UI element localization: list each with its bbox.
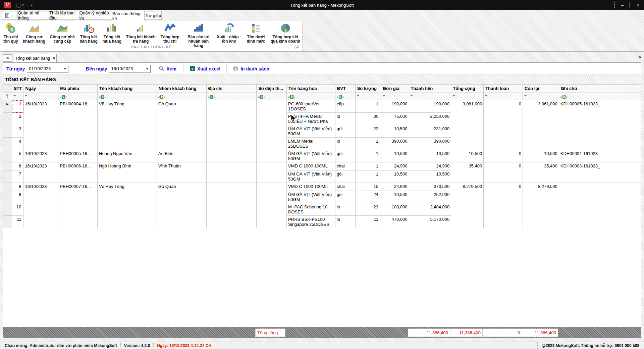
- cell-ten-hang-hoa[interactable]: VMD C 1000 100ML: [287, 162, 335, 170]
- filter-cell-14[interactable]: =: [523, 93, 559, 100]
- cell-con-lai[interactable]: 8,279,500: [523, 183, 559, 228]
- ribbon-tab-1[interactable]: Thiết lập ban đầu: [49, 11, 79, 20]
- cell-nhom-khach-hang[interactable]: Gò Quao: [157, 100, 206, 150]
- cell-don-gia[interactable]: 108,000: [381, 203, 409, 216]
- ribbon-item-8[interactable]: Xuất - nhập - tồn kho: [215, 21, 243, 44]
- fit-screen-icon[interactable]: [614, 3, 615, 7]
- ribbon-item-10[interactable]: Tổng hợp kết quả kinh doanh: [269, 21, 302, 44]
- ribbon-item-1[interactable]: Công nợ khách hàng: [21, 21, 47, 44]
- cell-ma-phieu[interactable]: PBH00004-16...: [58, 100, 98, 150]
- cell-thanh-tien[interactable]: 5,170,000: [409, 216, 451, 228]
- filter-cell-6[interactable]: abc: [257, 93, 287, 100]
- cell-don-gia[interactable]: 10,500: [381, 125, 409, 138]
- cell-ngay[interactable]: 16/10/2023: [23, 162, 58, 183]
- ribbon-tab-2[interactable]: Quản lý nghiệp vụ: [79, 11, 112, 20]
- cell-ma-phieu[interactable]: PBH00007-16...: [58, 183, 98, 228]
- column-header-0[interactable]: STT: [12, 85, 23, 93]
- cell-tong-cong[interactable]: 35,400: [451, 162, 484, 183]
- cell-so-luong[interactable]: 23.: [355, 203, 381, 216]
- cell-dia-chi[interactable]: [206, 100, 257, 150]
- cell-dia-chi[interactable]: [206, 162, 257, 183]
- ribbon-tab-4[interactable]: Trợ giúp: [144, 11, 162, 20]
- cell-thanh-tien[interactable]: 10,500: [409, 150, 451, 162]
- cell-ghi-chu[interactable]: KDH00003-161023_: [559, 162, 641, 183]
- to-date-input[interactable]: 16/10/2023▼: [109, 65, 151, 73]
- filter-cell-13[interactable]: =: [484, 93, 523, 100]
- column-header-9[interactable]: Số lượng: [355, 85, 381, 93]
- cell-thanh-toan[interactable]: 0: [484, 162, 523, 183]
- cell-dvt[interactable]: gói: [335, 191, 355, 203]
- cell-stt[interactable]: 8: [12, 183, 23, 191]
- cell-ten-khach-hang[interactable]: Võ Huy Tòng: [98, 100, 157, 150]
- filter-cell-8[interactable]: abc: [335, 93, 355, 100]
- cell-dvt[interactable]: lọ: [335, 113, 355, 125]
- column-header-5[interactable]: Địa chỉ: [206, 85, 257, 93]
- cell-don-gia[interactable]: 10,500: [381, 150, 409, 162]
- cell-ten-hang-hoa[interactable]: PRRS BSK-PS100 Singapore 25DOSES: [287, 216, 335, 228]
- cell-ten-hang-hoa[interactable]: ÚM GÀ VỊT (Việt Viễn) 50GM: [287, 191, 335, 203]
- ribbon-item-9[interactable]: Tồn dưới định mức: [243, 21, 268, 44]
- cell-ma-phieu[interactable]: PBH00006-16...: [58, 162, 98, 183]
- column-header-15[interactable]: Ghi chú: [559, 85, 641, 93]
- cell-ten-khach-hang[interactable]: Ngô Hoàng Bình: [98, 162, 157, 183]
- cell-so-luong[interactable]: 15.: [355, 183, 381, 191]
- cell-stt[interactable]: 6: [12, 162, 23, 170]
- print-list-button[interactable]: In danh sách: [233, 66, 269, 71]
- cell-dvt[interactable]: gói: [335, 170, 355, 183]
- ribbon-item-6[interactable]: Tổng hợp thu chi: [158, 21, 182, 44]
- cell-dia-chi[interactable]: [206, 150, 257, 162]
- cell-stt[interactable]: 2: [12, 113, 23, 125]
- filter-cell-10[interactable]: =: [381, 93, 409, 100]
- document-tab-tong-ket-ban-hang[interactable]: Tổng kết bán hàng ×: [14, 54, 57, 62]
- cell-so-luong[interactable]: 11.: [355, 216, 381, 228]
- document-tab-close-icon[interactable]: ×: [53, 56, 55, 61]
- cell-thanh-tien[interactable]: 390,000: [409, 138, 451, 150]
- minimize-icon[interactable]: –: [621, 3, 624, 7]
- cell-so-dien-thoai[interactable]: [257, 150, 287, 162]
- table-row-5[interactable]: 516/10/2023PBH00005-16...Hoàng Ngọc VânA…: [3, 150, 641, 162]
- cell-so-luong[interactable]: 1.: [355, 100, 381, 113]
- cell-thanh-tien[interactable]: 10,500: [409, 170, 451, 183]
- cell-stt[interactable]: 9: [12, 191, 23, 203]
- cell-dvt[interactable]: lọ: [335, 138, 355, 150]
- cell-ghi-chu[interactable]: KDH00004-161023_: [559, 150, 641, 162]
- cell-dvt[interactable]: chai: [335, 162, 355, 170]
- view-button[interactable]: Xem: [159, 66, 176, 71]
- cell-don-gia[interactable]: 24,900: [381, 162, 409, 170]
- column-header-2[interactable]: Mã phiếu: [58, 85, 98, 93]
- cell-ngay[interactable]: 16/10/2023: [23, 183, 58, 228]
- cell-so-luong[interactable]: 30.: [355, 113, 381, 125]
- ribbon-item-2[interactable]: Công nợ nhà cung cấp: [47, 21, 77, 44]
- column-header-1[interactable]: Ngày: [23, 85, 58, 93]
- cell-tong-cong[interactable]: 10,500: [451, 150, 484, 162]
- cell-dvt[interactable]: gói: [335, 125, 355, 138]
- column-header-10[interactable]: Đơn giá: [381, 85, 409, 93]
- from-date-input[interactable]: 01/10/2023▼: [27, 65, 68, 73]
- ribbon-item-0[interactable]: €$Thu chi tồn quỹ: [1, 21, 21, 44]
- ribbon-item-7[interactable]: Báo cáo lợi nhuận bán hàng: [182, 21, 215, 48]
- table-row-6[interactable]: 616/10/2023PBH00006-16...Ngô Hoàng BìnhV…: [3, 162, 641, 170]
- close-tab-left-button[interactable]: ×: [3, 54, 12, 62]
- cell-stt[interactable]: 1: [12, 100, 23, 113]
- column-header-13[interactable]: Thanh toán: [484, 85, 523, 93]
- cell-thanh-toan[interactable]: 0: [484, 183, 523, 228]
- cell-don-gia[interactable]: 10,500: [381, 191, 409, 203]
- cell-stt[interactable]: 10: [12, 203, 23, 216]
- filter-cell-2[interactable]: abc: [58, 93, 98, 100]
- cell-dia-chi[interactable]: [206, 183, 257, 228]
- cell-con-lai[interactable]: 35,400: [523, 162, 559, 183]
- cell-stt[interactable]: 5: [12, 150, 23, 162]
- to-date-dropdown-icon[interactable]: ▼: [146, 67, 149, 70]
- cell-don-gia[interactable]: 24,900: [381, 183, 409, 191]
- close-tab-right-icon[interactable]: ×: [639, 55, 641, 60]
- ribbon-item-4[interactable]: Tổng kết mua hàng: [100, 21, 124, 44]
- cell-stt[interactable]: 4: [12, 138, 23, 150]
- cell-so-dien-thoai[interactable]: [257, 183, 287, 228]
- filter-cell-15[interactable]: abc: [559, 93, 641, 100]
- cell-thanh-toan[interactable]: 0: [484, 150, 523, 162]
- from-date-dropdown-icon[interactable]: ▼: [63, 67, 66, 70]
- cell-nhom-khach-hang[interactable]: Gò Quao: [157, 183, 206, 228]
- cell-so-luong[interactable]: 1.: [355, 138, 381, 150]
- column-header-11[interactable]: Thành tiền: [409, 85, 451, 93]
- ribbon-tab-3[interactable]: Báo cáo thống kê: [112, 11, 144, 21]
